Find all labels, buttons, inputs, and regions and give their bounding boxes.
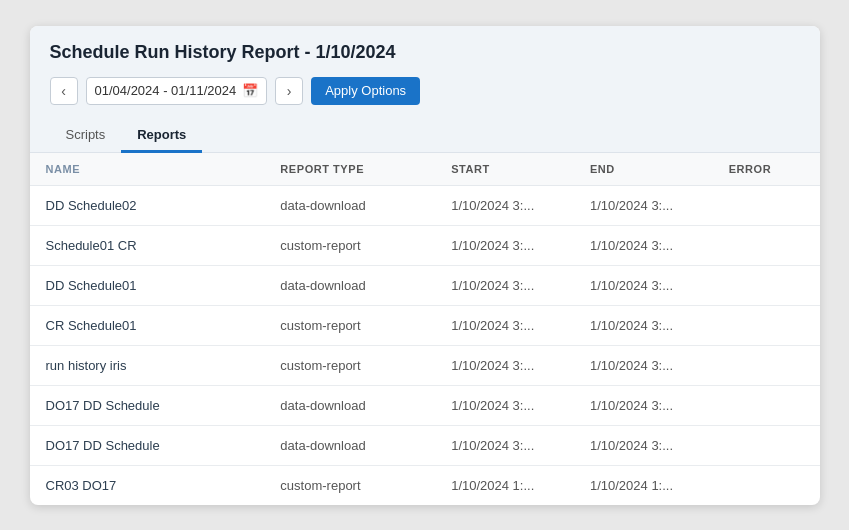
cell-start: 1/10/2024 3:... — [435, 225, 574, 265]
card-header: Schedule Run History Report - 1/10/2024 … — [30, 26, 820, 153]
cell-start: 1/10/2024 3:... — [435, 265, 574, 305]
toolbar: ‹ 01/04/2024 - 01/11/2024 📅 › Apply Opti… — [50, 77, 800, 105]
col-header-type: REPORT TYPE — [264, 153, 435, 186]
table-row[interactable]: DD Schedule02 data-download 1/10/2024 3:… — [30, 185, 820, 225]
col-header-name: NAME — [30, 153, 265, 186]
table-row[interactable]: CR Schedule01 custom-report 1/10/2024 3:… — [30, 305, 820, 345]
tab-reports[interactable]: Reports — [121, 119, 202, 153]
cell-type: data-download — [264, 265, 435, 305]
table-row[interactable]: run history iris custom-report 1/10/2024… — [30, 345, 820, 385]
cell-name: CR03 DO17 — [30, 465, 265, 505]
col-header-error: ERROR — [713, 153, 820, 186]
cell-name: run history iris — [30, 345, 265, 385]
cell-type: data-download — [264, 425, 435, 465]
table-row[interactable]: Schedule01 CR custom-report 1/10/2024 3:… — [30, 225, 820, 265]
cell-start: 1/10/2024 3:... — [435, 385, 574, 425]
page-title: Schedule Run History Report - 1/10/2024 — [50, 42, 800, 63]
table-row[interactable]: DD Schedule01 data-download 1/10/2024 3:… — [30, 265, 820, 305]
cell-end: 1/10/2024 3:... — [574, 305, 713, 345]
cell-error — [713, 345, 820, 385]
cell-error — [713, 185, 820, 225]
cell-type: data-download — [264, 385, 435, 425]
reports-table: NAME REPORT TYPE START END ERROR DD Sche… — [30, 153, 820, 505]
table-row[interactable]: DO17 DD Schedule data-download 1/10/2024… — [30, 425, 820, 465]
cell-end: 1/10/2024 3:... — [574, 225, 713, 265]
cell-start: 1/10/2024 3:... — [435, 425, 574, 465]
cell-error — [713, 305, 820, 345]
col-header-end: END — [574, 153, 713, 186]
cell-name: CR Schedule01 — [30, 305, 265, 345]
cell-type: custom-report — [264, 225, 435, 265]
cell-type: custom-report — [264, 465, 435, 505]
cell-end: 1/10/2024 3:... — [574, 265, 713, 305]
date-range-value: 01/04/2024 - 01/11/2024 — [95, 83, 237, 98]
cell-end: 1/10/2024 3:... — [574, 385, 713, 425]
table-container: NAME REPORT TYPE START END ERROR DD Sche… — [30, 153, 820, 505]
cell-start: 1/10/2024 3:... — [435, 185, 574, 225]
cell-name: DO17 DD Schedule — [30, 385, 265, 425]
cell-error — [713, 225, 820, 265]
cell-name: DD Schedule02 — [30, 185, 265, 225]
cell-type: custom-report — [264, 305, 435, 345]
cell-end: 1/10/2024 1:... — [574, 465, 713, 505]
cell-type: data-download — [264, 185, 435, 225]
cell-error — [713, 425, 820, 465]
table-row[interactable]: DO17 DD Schedule data-download 1/10/2024… — [30, 385, 820, 425]
cell-start: 1/10/2024 1:... — [435, 465, 574, 505]
col-header-start: START — [435, 153, 574, 186]
cell-start: 1/10/2024 3:... — [435, 305, 574, 345]
cell-end: 1/10/2024 3:... — [574, 345, 713, 385]
apply-options-button[interactable]: Apply Options — [311, 77, 420, 105]
cell-name: DO17 DD Schedule — [30, 425, 265, 465]
cell-name: Schedule01 CR — [30, 225, 265, 265]
prev-button[interactable]: ‹ — [50, 77, 78, 105]
date-range-input[interactable]: 01/04/2024 - 01/11/2024 📅 — [86, 77, 268, 105]
cell-type: custom-report — [264, 345, 435, 385]
main-card: Schedule Run History Report - 1/10/2024 … — [30, 26, 820, 505]
next-button[interactable]: › — [275, 77, 303, 105]
cell-start: 1/10/2024 3:... — [435, 345, 574, 385]
calendar-icon: 📅 — [242, 83, 258, 98]
cell-error — [713, 265, 820, 305]
tab-scripts[interactable]: Scripts — [50, 119, 122, 153]
cell-name: DD Schedule01 — [30, 265, 265, 305]
cell-end: 1/10/2024 3:... — [574, 425, 713, 465]
table-body: DD Schedule02 data-download 1/10/2024 3:… — [30, 185, 820, 505]
cell-end: 1/10/2024 3:... — [574, 185, 713, 225]
table-row[interactable]: CR03 DO17 custom-report 1/10/2024 1:... … — [30, 465, 820, 505]
table-header: NAME REPORT TYPE START END ERROR — [30, 153, 820, 186]
cell-error — [713, 385, 820, 425]
cell-error — [713, 465, 820, 505]
tabs: Scripts Reports — [50, 119, 800, 152]
